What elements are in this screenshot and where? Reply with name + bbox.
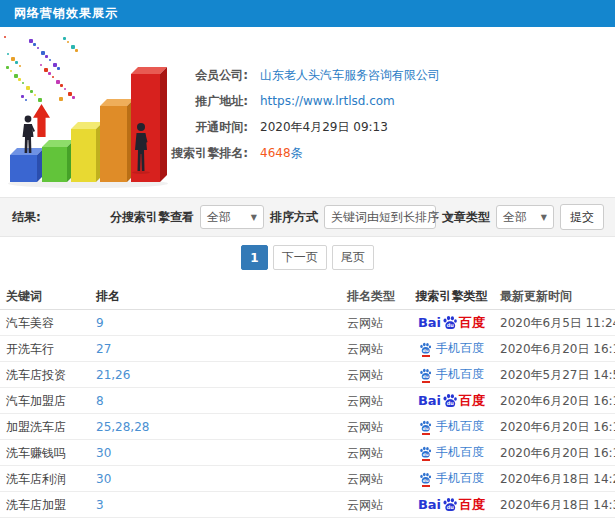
promo-url-label: 推广地址: [152, 93, 248, 110]
baidu-mobile-logo: du 手机百度 [403, 418, 500, 435]
table-row: 汽车美容 9 云网站 Bai du [0, 310, 615, 336]
next-page-button[interactable]: 下一页 [273, 245, 327, 270]
table-row: 开洗车行 27 云网站 du [0, 336, 615, 362]
table-row: 洗车店加盟 3 云网站 Bai du [0, 492, 615, 518]
update-time-cell: 2020年6月20日 16:12 [500, 444, 615, 461]
confetti-dot [44, 68, 48, 72]
promo-url-link[interactable]: https://www.lrtlsd.com [260, 94, 395, 108]
table-header-row: 关键词 排名 排名类型 搜索引擎类型 最新更新时间 [0, 283, 615, 310]
keyword-cell: 开洗车行 [6, 340, 54, 357]
filter-controls: 分搜索引擎查看 全部 ▼ 排序方式 关键词由短到长排序 ▼ 文章类型 全部 ▼ … [110, 204, 615, 230]
baidu-logo: Bai du 百度 [403, 314, 500, 332]
red-underline [422, 381, 430, 383]
confetti-dot [30, 90, 33, 93]
baidu-paw-icon: du [442, 315, 458, 331]
baidu-logo-bai-text: Bai [418, 315, 441, 330]
header-bar: 网络营销效果展示 [0, 0, 615, 27]
keyword-cell: 洗车赚钱吗 [6, 444, 66, 461]
engine-view-select[interactable]: 全部 ▼ [200, 205, 264, 229]
baidu-mobile-paw-icon: du [419, 368, 432, 381]
confetti-dot [37, 47, 39, 49]
confetti-dot [19, 65, 21, 67]
keyword-rank-table: 关键词 排名 排名类型 搜索引擎类型 最新更新时间 汽车美容 9 云网站 Bai [0, 283, 615, 518]
baidu-logo-cn-text: 百度 [459, 496, 485, 514]
engine-type-cell: du 手机百度 [403, 444, 500, 462]
engine-type-cell: Bai du 百度 [403, 496, 500, 514]
baidu-mobile-paw-icon: du [419, 446, 432, 459]
confetti-dot [33, 43, 36, 46]
baidu-paw-icon: du [442, 393, 458, 409]
rank-link[interactable]: 21,26 [96, 368, 130, 382]
member-company-label: 会员公司: [152, 67, 248, 84]
engine-type-cell: du 手机百度 [403, 470, 500, 488]
rank-link[interactable]: 27 [96, 342, 111, 356]
businessman-icon [18, 115, 38, 155]
rank-link[interactable]: 25,28,28 [96, 420, 149, 434]
confetti-dot [7, 53, 9, 55]
col-header-rank-type: 排名类型 [347, 288, 395, 305]
baidu-logo: Bai du 百度 [403, 496, 500, 514]
chevron-down-icon: ▼ [251, 213, 257, 222]
sort-mode-select[interactable]: 关键词由短到长排序 ▼ [324, 205, 436, 229]
confetti-dot [11, 57, 15, 61]
page-button-current[interactable]: 1 [241, 245, 267, 270]
confetti-dot [38, 98, 42, 102]
confetti-dot [14, 74, 18, 78]
last-page-button[interactable]: 尾页 [332, 245, 374, 270]
open-time-row: 开通时间: 2020年4月29日 09:13 [152, 114, 440, 140]
member-company-link[interactable]: 山东老人头汽车服务咨询有限公司 [260, 68, 440, 82]
confetti-dot [63, 37, 66, 40]
sort-mode-selected-value: 关键词由短到长排序 [331, 209, 439, 226]
confetti-dot [57, 67, 60, 70]
promo-url-row: 推广地址: https://www.lrtlsd.com [152, 88, 440, 114]
confetti-dot [68, 92, 72, 96]
confetti-dot [64, 88, 66, 90]
confetti-dot [29, 39, 33, 43]
page: 网络营销效果展示 会员公司: 山东老人头汽车服务咨询有限公司 推广地址: htt… [0, 0, 615, 520]
confetti-dot [6, 66, 9, 69]
pagination: 1 下一页 尾页 [0, 245, 615, 270]
rank-link[interactable]: 3 [96, 498, 104, 512]
engine-rank-count: 4648 [260, 146, 291, 160]
svg-text:du: du [447, 322, 455, 328]
rank-link[interactable]: 30 [96, 446, 111, 460]
article-type-select[interactable]: 全部 ▼ [496, 205, 554, 229]
mobile-baidu-label: 手机百度 [436, 418, 484, 435]
confetti-dot [15, 61, 18, 64]
engine-rank-label: 搜索引擎排名: [152, 145, 248, 162]
confetti-dot [18, 78, 21, 81]
rank-type-cell: 云网站 [347, 496, 383, 513]
submit-button[interactable]: 提交 [560, 204, 604, 230]
chart-bar [100, 106, 127, 182]
red-underline [422, 355, 430, 357]
result-section-label: 结果: [12, 209, 41, 226]
mobile-baidu-label: 手机百度 [436, 444, 484, 461]
engine-type-cell: du 手机百度 [403, 366, 500, 384]
rank-link[interactable]: 9 [96, 316, 104, 330]
rank-type-cell: 云网站 [347, 470, 383, 487]
rank-type-cell: 云网站 [347, 392, 383, 409]
svg-text:du: du [423, 374, 429, 379]
confetti-dot [56, 80, 60, 84]
svg-text:du: du [447, 504, 455, 510]
confetti-dot [75, 49, 78, 52]
engine-view-selected-value: 全部 [207, 209, 231, 226]
rank-link[interactable]: 8 [96, 394, 104, 408]
businessman-icon [130, 122, 152, 174]
baidu-logo-cn-text: 百度 [459, 314, 485, 332]
keyword-cell: 洗车店加盟 [6, 496, 66, 513]
rank-type-cell: 云网站 [347, 418, 383, 435]
table-row: 洗车赚钱吗 30 云网站 du [0, 440, 615, 466]
baidu-paw-icon: du [442, 497, 458, 513]
confetti-dot [22, 82, 24, 84]
rank-type-cell: 云网站 [347, 314, 383, 331]
confetti-dot [45, 55, 48, 58]
rank-link[interactable]: 30 [96, 472, 111, 486]
confetti-dot [72, 96, 75, 99]
confetti-dot [34, 94, 36, 96]
filter-bar: 结果: 分搜索引擎查看 全部 ▼ 排序方式 关键词由短到长排序 ▼ 文章类型 全… [0, 197, 615, 237]
red-underline [422, 433, 430, 435]
baidu-logo-bai-text: Bai [418, 393, 441, 408]
open-time-label: 开通时间: [152, 119, 248, 136]
baidu-mobile-paw-icon: du [419, 472, 432, 485]
